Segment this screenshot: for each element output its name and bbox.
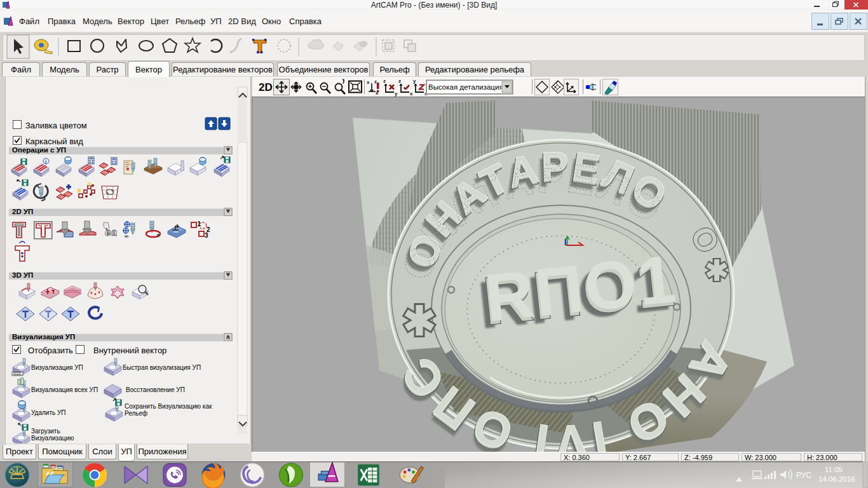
svg-text:1: 1: [198, 220, 201, 227]
svg-text:x: x: [410, 91, 413, 97]
svg-text:ea: ea: [105, 226, 117, 238]
svg-text:z: z: [383, 78, 386, 84]
svg-text:Высокая детализация: Высокая детализация: [428, 83, 503, 91]
svg-text:y: y: [395, 91, 398, 97]
svg-text:РУС: РУС: [796, 471, 811, 480]
svg-text:x: x: [367, 79, 370, 85]
svg-text:z: z: [398, 78, 401, 84]
svg-text:11:05: 11:05: [825, 466, 843, 473]
svg-text:y: y: [413, 78, 416, 84]
svg-text:3: 3: [205, 232, 208, 239]
svg-text:z: z: [374, 79, 377, 85]
svg-text:2D: 2D: [259, 81, 273, 93]
svg-text:14.06.2016: 14.06.2016: [818, 475, 855, 483]
svg-text:x: x: [376, 90, 379, 96]
